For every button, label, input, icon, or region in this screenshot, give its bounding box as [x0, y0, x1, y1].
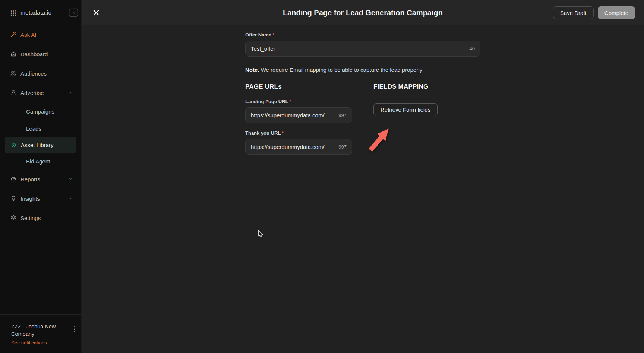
sidebar-item-ask-ai[interactable]: Ask AI [5, 25, 76, 44]
account-menu-button[interactable] [74, 326, 75, 333]
sidebar-item-label: Audiences [20, 70, 47, 77]
page-urls-column: PAGE URLs Landing Page URL* 997 Thank yo… [245, 83, 352, 155]
complete-button[interactable]: Complete [598, 6, 635, 19]
modal-header: Landing Page for Lead Generation Campaig… [82, 0, 644, 25]
sidebar-item-label: Bid Agent [26, 158, 50, 165]
kebab-menu-icon [74, 326, 75, 333]
flask-icon [10, 90, 16, 96]
pie-chart-icon [10, 176, 16, 182]
sidebar-item-insights[interactable]: Insights [5, 189, 76, 208]
account-name: ZZZ - Joshua New Company [11, 323, 61, 338]
magic-wand-icon [10, 32, 16, 38]
home-icon [10, 51, 16, 57]
sidebar-item-label: Leads [26, 125, 41, 132]
sidebar-item-advertise[interactable]: Advertise [5, 83, 76, 102]
thank-you-url-field: 997 [245, 139, 352, 155]
close-button[interactable] [93, 9, 100, 16]
thank-you-url-label: Thank you URL* [245, 130, 352, 136]
landing-page-url-char-count: 997 [338, 112, 347, 118]
sidebar-item-label: Reports [20, 176, 40, 182]
sidebar-item-settings[interactable]: Settings [5, 208, 76, 228]
sidebar-item-campaigns[interactable]: Campaigns [5, 102, 76, 120]
landing-page-url-field: 997 [245, 107, 352, 123]
landing-page-url-input[interactable] [251, 112, 335, 118]
close-icon [93, 9, 100, 16]
offer-name-char-count: 40 [470, 46, 475, 51]
brand-name: metadata.io [20, 9, 51, 16]
landing-page-url-label: Landing Page URL* [245, 99, 352, 104]
sidebar-item-leads[interactable]: Leads [5, 120, 76, 137]
chevron-down-icon [68, 196, 73, 201]
sidebar-item-reports[interactable]: Reports [5, 169, 76, 189]
sidebar-item-bid-agent[interactable]: Bid Agent [5, 153, 76, 169]
thank-you-url-char-count: 997 [338, 144, 347, 150]
fields-mapping-column: FIELDS MAPPING Retrieve Form fields [373, 83, 481, 155]
email-mapping-note: Note. We require Email mapping to be abl… [245, 67, 481, 73]
sidebar-item-label: Dashboard [20, 51, 48, 57]
required-asterisk: * [272, 32, 274, 38]
chevron-down-icon [68, 177, 73, 181]
sidebar: metadata.io Ask AI [0, 0, 82, 353]
sidebar-item-label: Insights [20, 195, 40, 202]
sidebar-item-label: Settings [20, 215, 41, 221]
mouse-cursor-icon [258, 230, 263, 238]
offer-name-input[interactable] [251, 45, 466, 52]
save-draft-button[interactable]: Save Draft [553, 6, 594, 19]
page-urls-heading: PAGE URLs [245, 83, 352, 90]
users-icon [10, 70, 16, 76]
fields-mapping-heading: FIELDS MAPPING [373, 83, 481, 90]
gear-icon [10, 215, 16, 221]
double-chevron-right-icon [11, 142, 17, 148]
sidebar-item-label: Campaigns [26, 108, 54, 115]
metadata-logo-icon [10, 10, 16, 16]
sidebar-item-audiences[interactable]: Audiences [5, 64, 76, 83]
sidebar-item-dashboard[interactable]: Dashboard [5, 44, 76, 64]
see-notifications-link[interactable]: See notifications [11, 340, 61, 346]
required-asterisk: * [290, 99, 291, 104]
sidebar-nav: Ask AI Dashboard Audiences [0, 25, 81, 314]
offer-name-field: 40 [245, 41, 480, 57]
logo-row: metadata.io [0, 0, 81, 25]
thank-you-url-input[interactable] [251, 144, 335, 150]
chevron-up-icon [68, 90, 73, 95]
main-content: Offer Name* 40 Note. We require Email ma… [82, 25, 644, 353]
sidebar-item-asset-library[interactable]: Asset Library [5, 137, 76, 153]
collapse-sidebar-button[interactable] [69, 8, 78, 17]
account-section: ZZZ - Joshua New Company See notificatio… [0, 314, 81, 353]
collapse-sidebar-icon [69, 8, 78, 17]
required-asterisk: * [282, 130, 284, 136]
sidebar-item-label: Advertise [20, 90, 44, 96]
retrieve-form-fields-button[interactable]: Retrieve Form fields [373, 103, 438, 116]
offer-name-label: Offer Name* [245, 32, 481, 38]
lightbulb-icon [10, 195, 16, 201]
sidebar-item-label: Ask AI [20, 32, 37, 38]
sidebar-item-label: Asset Library [21, 142, 54, 148]
